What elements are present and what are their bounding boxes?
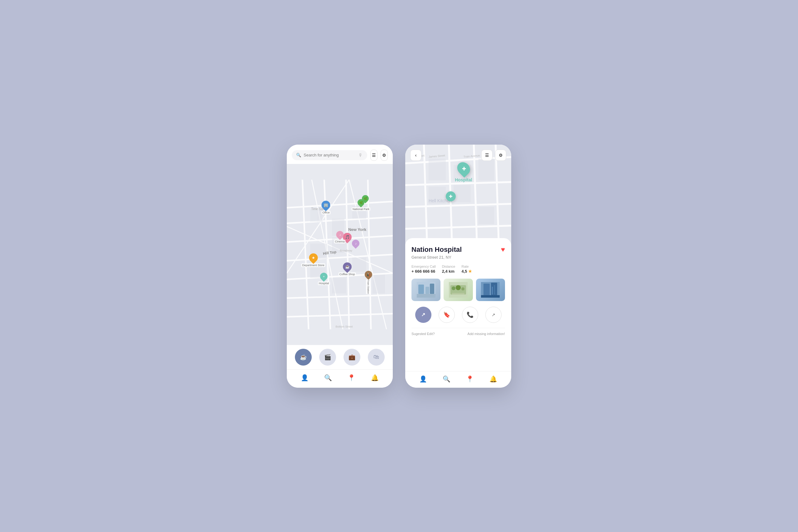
map-area[interactable]: New York Time Squre Hill Top Broadway Bo… <box>287 164 393 345</box>
directions-button[interactable]: ↗ <box>415 307 432 323</box>
search-nav-icon-2: 🔍 <box>443 375 451 383</box>
pin-hospital[interactable]: + Hospital <box>318 273 330 285</box>
location-icon-2: 📍 <box>466 375 474 383</box>
map-header: 🔍 🎙 ☰ ⚙ <box>287 145 393 164</box>
back-button[interactable]: ‹ <box>410 150 421 161</box>
search-icon: 🔍 <box>296 153 301 157</box>
detail-settings-button[interactable]: ⚙ <box>495 150 506 161</box>
svg-rect-42 <box>425 287 429 294</box>
emergency-call-value: + 666 666 66 <box>412 269 436 274</box>
photo-2[interactable] <box>443 279 473 301</box>
nav-location-2[interactable]: 📍 <box>466 375 474 383</box>
svg-point-49 <box>461 287 464 290</box>
detail-settings-icon: ⚙ <box>499 153 503 158</box>
bookmark-icon: 🔖 <box>443 311 450 318</box>
nav-search-2[interactable]: 🔍 <box>443 375 451 383</box>
nav-bell-1[interactable]: 🔔 <box>371 374 379 381</box>
pin-office[interactable]: 🏢 Office <box>321 201 330 214</box>
title-row: Nation Hospital ♥ <box>412 246 505 254</box>
add-missing-link[interactable]: Add missing information! <box>468 332 505 336</box>
nav-profile-2[interactable]: 👤 <box>419 375 427 383</box>
svg-rect-52 <box>483 284 490 296</box>
suggest-edit-link[interactable]: Sugested Edit? <box>412 332 435 336</box>
detail-menu-button[interactable]: ☰ <box>481 150 493 161</box>
cinema-pin-icon: 🎵 <box>345 235 349 239</box>
nav-location-1[interactable]: 📍 <box>347 374 355 381</box>
search-nav-icon-1: 🔍 <box>324 374 332 381</box>
svg-point-48 <box>456 285 461 290</box>
svg-rect-24 <box>373 274 385 293</box>
call-icon: 📞 <box>467 311 474 318</box>
place-address: General Street 21, NY <box>412 255 505 260</box>
pin-dept-store[interactable]: ★ Department Store <box>301 253 325 267</box>
share-button[interactable]: ↗ <box>485 307 501 323</box>
filter-tab-cafe[interactable]: ☕ <box>295 349 312 365</box>
detail-menu-icon: ☰ <box>485 153 489 158</box>
svg-rect-36 <box>478 159 494 180</box>
back-icon: ‹ <box>415 153 417 158</box>
profile-icon-2: 👤 <box>419 375 427 383</box>
pin-train-station[interactable]: 🚂 Train Station <box>365 271 372 294</box>
office-pin-label: Office <box>321 211 330 214</box>
svg-rect-16 <box>310 209 323 222</box>
music-pin-icon: ♪ <box>339 233 340 236</box>
settings-button[interactable]: ⚙ <box>381 150 388 161</box>
nav-profile-1[interactable]: 👤 <box>301 374 309 381</box>
national-park-label: National Park <box>352 207 370 211</box>
coffee-shop-icon: ☕ <box>345 265 349 269</box>
hospital-pin-label: Hospital <box>455 177 472 182</box>
place-name: Nation Hospital <box>412 246 462 254</box>
share-icon: ↗ <box>492 312 495 317</box>
menu-button[interactable]: ☰ <box>370 150 378 161</box>
photo-3-svg <box>481 282 500 298</box>
teal-dot-icon: ✚ <box>446 191 456 201</box>
detail-stats: Emergency Call + 666 666 66 Distance 2,4… <box>412 265 505 274</box>
pin-coffee-shop[interactable]: ☕ Coffee Shop <box>339 262 356 276</box>
nav-bell-2[interactable]: 🔔 <box>489 375 497 383</box>
emergency-call-label: Emergency Call <box>412 265 436 268</box>
bookmark-button[interactable]: 🔖 <box>439 307 455 323</box>
search-input[interactable] <box>304 153 356 157</box>
call-button[interactable]: 📞 <box>462 307 478 323</box>
detail-footer: Sugested Edit? Add missing information! <box>412 328 505 339</box>
search-bar[interactable]: 🔍 🎙 <box>292 150 367 160</box>
svg-rect-43 <box>430 284 434 294</box>
teal-dot-pin[interactable]: ✚ <box>446 191 456 201</box>
phone-screen-1: 🔍 🎙 ☰ ⚙ <box>287 145 393 388</box>
filter-tab-cinema[interactable]: 🎬 <box>319 349 336 365</box>
rate-stat: Rate 4,5 ★ <box>461 265 472 274</box>
bottom-nav-2: 👤 🔍 📍 🔔 <box>405 371 511 388</box>
svg-rect-44 <box>417 294 435 298</box>
distance-value: 2,4 km <box>442 269 455 274</box>
cinema-filter-icon: 🎬 <box>324 354 331 361</box>
detail-map-area[interactable]: Holy Street James Street Train Avenue He… <box>405 145 511 244</box>
mic-icon[interactable]: 🎙 <box>359 153 363 158</box>
map-screen: 🔍 🎙 ☰ ⚙ <box>287 145 393 388</box>
hospital-label: Hospital <box>318 281 330 285</box>
national-park-2-icon: 🌿 <box>359 201 363 204</box>
settings-icon: ⚙ <box>382 153 386 158</box>
office-pin-icon: 🏢 <box>324 203 328 207</box>
purple-pin-icon: ♪ <box>355 242 357 245</box>
detail-screen: Holy Street James Street Train Avenue He… <box>405 145 511 388</box>
filter-tabs: ☕ 🎬 💼 🛍 <box>287 345 393 369</box>
photo-3[interactable] <box>476 279 505 301</box>
hospital-large-pin[interactable]: ✚ Hospital <box>455 162 472 182</box>
filter-tab-shopping[interactable]: 🛍 <box>368 349 385 365</box>
star-icon: ★ <box>468 269 472 274</box>
pin-purple[interactable]: ♪ <box>352 240 359 247</box>
pin-music[interactable]: ♪ Cinema <box>334 231 345 243</box>
photo-2-svg <box>449 282 468 298</box>
photo-1[interactable] <box>412 279 440 301</box>
rate-label: Rate <box>461 265 472 268</box>
pin-national-park-2[interactable]: 🌿 National Park <box>352 199 370 211</box>
emergency-call-stat: Emergency Call + 666 666 66 <box>412 265 436 274</box>
svg-rect-50 <box>452 293 464 294</box>
filter-tab-work[interactable]: 💼 <box>343 349 360 365</box>
dept-store-icon: ★ <box>311 255 315 260</box>
svg-rect-38 <box>454 185 471 202</box>
favorite-button[interactable]: ♥ <box>501 246 505 254</box>
shopping-icon: 🛍 <box>374 354 379 360</box>
nav-search-1[interactable]: 🔍 <box>324 374 332 381</box>
action-buttons: ↗ 🔖 📞 ↗ <box>412 307 505 323</box>
